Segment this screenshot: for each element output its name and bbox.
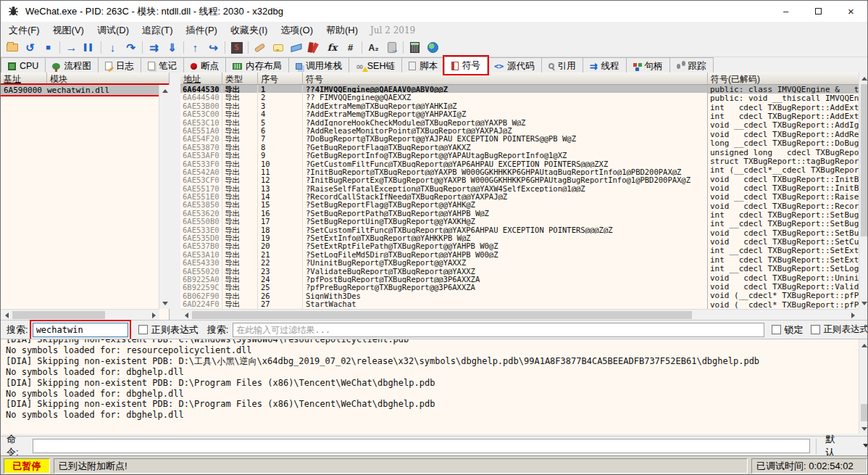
step-into-button[interactable]: ↓ (104, 39, 122, 56)
decoded-symbol-row[interactable]: public: void __thiscall IMVQQEngine::`de… (708, 94, 859, 102)
tab-break[interactable]: 断点 (183, 57, 226, 74)
symbol-row[interactable]: 6A644540导出2??_FIMVQQEngine@@QAEXXZ (180, 93, 707, 101)
symbol-row[interactable]: 6AE54F20导出7?DoBugReport@TXBugReport@@YAJ… (180, 134, 707, 142)
decoded-symbol-row[interactable]: void __cdecl TXBugReport::SetBugReportUi… (708, 228, 859, 237)
decoded-symbol-row[interactable]: void __cdecl TXBugReport::RecordCallStac… (708, 202, 859, 210)
symbol-row[interactable]: 6AE53B00导出3?AddExtraMem@TXBugReport@@YAH… (180, 102, 707, 110)
decoded-symbol-row[interactable]: int __cdecl TXBugReport::SetLogFileMd5Di… (708, 264, 859, 273)
modules-hscrollbar[interactable] (1, 309, 159, 320)
restart-button[interactable]: ↺ (21, 39, 39, 56)
decoded-symbol-row[interactable]: public: class IMVQQEngine & __thiscall I… (708, 85, 859, 94)
decoded-header[interactable]: 符号(已解码) (708, 73, 859, 84)
functions-button[interactable]: fx (323, 39, 341, 56)
tab-threads[interactable]: ⇉线程 (583, 57, 627, 74)
search-input[interactable] (33, 323, 128, 337)
regex-checkbox[interactable] (138, 325, 148, 334)
symbol-row[interactable]: 6AE53C00导出4?AddExtraMem@TXBugReport@@YAH… (180, 110, 707, 117)
symbol-row[interactable]: 6AD224F0导出27StartWachat (180, 300, 707, 307)
tab-log[interactable]: 日志 (98, 57, 141, 74)
tab-refs[interactable]: 引用 (541, 57, 583, 74)
decoded-symbol-row[interactable]: void (__cdecl* TXBugReport::pfPreBugRepo… (708, 300, 859, 309)
symbol-row[interactable]: 6AE53CF0导出12?InitBugReportEx@TXBugReport… (180, 175, 707, 183)
step-over-button[interactable]: ↷ (122, 39, 140, 56)
hash-button[interactable]: # (341, 39, 359, 56)
tab-seh[interactable]: ∞SEH链 (349, 57, 402, 74)
stop-button[interactable]: ■ (39, 39, 57, 56)
log-vscrollbar[interactable] (859, 339, 868, 434)
open-file-button[interactable] (3, 39, 21, 56)
decoded-symbol-row[interactable]: int (__cdecl*__cdecl TXBugReport::GetCus… (708, 165, 859, 174)
decoded-symbol-row[interactable]: int __cdecl TXBugReport::SetBugReportFla… (708, 210, 859, 219)
regex2-checkbox[interactable] (811, 325, 820, 334)
menu-item-options[interactable]: 选项(O) (274, 22, 320, 39)
decoded-symbol-row[interactable]: void __cdecl TXBugReport::AddReleaseMoni… (708, 130, 859, 139)
command-profile-dropdown[interactable]: 默认 (816, 439, 868, 454)
tab-graph[interactable]: 流程图 (45, 57, 99, 74)
decoded-symbol-row[interactable]: int __cdecl TXBugReport::AddExtraMem(voi… (708, 112, 859, 120)
tab-stack[interactable]: 调用堆栈 (288, 57, 349, 74)
modules-vscrollbar[interactable] (159, 85, 170, 309)
symbol-row[interactable]: 6AE533F0导出10?GetCustomFiltFunc@TXBugRepo… (180, 160, 707, 168)
decoded-symbol-row[interactable]: void __cdecl TXBugReport::ValidateBugRep… (708, 282, 859, 291)
decoded-symbol-row[interactable]: struct TXBugReport::tagBugReportInfo * _… (708, 157, 859, 165)
symbol-row[interactable]: 6AE533E0导出18?SetCustomFiltFunc@TXBugRepo… (180, 226, 707, 234)
symbol-row[interactable]: 6AE55170导出13?RaiseSelfFatalException@TXB… (180, 184, 707, 192)
menu-item-view[interactable]: 视图(V) (46, 22, 91, 39)
symbols-table-header[interactable]: 地址 类型 序号 符号 (180, 73, 707, 85)
minimize-button[interactable]: – (769, 1, 802, 22)
symbol-row[interactable]: 6AE535D0导出19?SetExtInfo@TXBugReport@@YAH… (180, 234, 707, 241)
patches-button[interactable] (251, 39, 269, 56)
symbol-row[interactable]: 6AE53AF0导出9?GetBugReportInfo@TXBugReport… (180, 151, 707, 159)
symbol-row[interactable]: 6AE54330导出22?UninitBugReport@TXBugReport… (180, 258, 707, 266)
lock-checkbox[interactable] (772, 325, 781, 334)
symbol-row[interactable]: 6AE551E0导出14?RecordCallStackIfNeed@TXBug… (180, 192, 707, 200)
decoded-symbol-row[interactable]: int __cdecl TXBugReport::SetExtRptFilePa… (708, 255, 859, 264)
menu-item-debug[interactable]: 调试(D) (91, 22, 135, 39)
decoded-vscrollbar[interactable] (859, 73, 868, 309)
symbol-row[interactable]: 6AE53A10导出21?SetLogFileMd5Dir@TXBugRepor… (180, 250, 707, 258)
tab-handles[interactable]: 句柄 (626, 57, 670, 74)
symbols-header-type[interactable]: 类型 (222, 73, 258, 84)
symbol-row[interactable]: 6AE53620导出16?SetBugReportPath@TXBugRepor… (180, 209, 707, 217)
symbol-row[interactable]: 6AE550B0导出17?SetBugReportUin@TXBugReport… (180, 217, 707, 225)
run-button[interactable]: → (62, 39, 80, 56)
tab-source[interactable]: <>源代码 (487, 57, 542, 74)
assembler-button[interactable]: A₂ (364, 39, 383, 56)
pause-button[interactable]: ▌▌ (80, 39, 99, 56)
decoded-symbol-row[interactable]: void __cdecl TXBugReport::RaiseSelfFatal… (708, 192, 859, 201)
tab-cpu[interactable]: CPU (1, 57, 46, 74)
decoded-symbol-row[interactable]: int __cdecl TXBugReport::AddExtraMem(uns… (708, 103, 859, 112)
modules-header[interactable]: 基址 模块 (1, 73, 169, 85)
close-button[interactable]: × (835, 1, 867, 22)
symbol-row[interactable]: 6B92259C导出25?pfPreBugReport@TXBugReport@… (180, 283, 707, 291)
filter-input[interactable] (233, 323, 764, 337)
decoded-symbol-row[interactable]: unsigned long __cdecl TXBugReport::GetBu… (708, 148, 859, 157)
symbol-row[interactable]: 6AE55020导出23?ValidateBugReport@TXBugRepo… (180, 267, 707, 275)
decoded-symbol-row[interactable]: void __cdecl TXBugReport::InitBugReport(… (708, 175, 859, 183)
symbol-row[interactable]: 6B062F90导出26SignWith3Des (180, 292, 707, 300)
run-to-user-code-button[interactable]: ↪ (204, 39, 222, 56)
decoded-symbol-row[interactable]: void __cdecl TXBugReport::SetCustomFiltF… (708, 237, 859, 246)
menu-item-trace[interactable]: 追踪(T) (135, 22, 180, 39)
tab-memmap[interactable]: 内存布局 (225, 57, 289, 74)
symbol-row[interactable]: 6B9225A0导出24?pfPostBugReport@TXBugReport… (180, 275, 707, 283)
menu-item-file[interactable]: 文件(F) (2, 22, 46, 39)
decoded-symbol-row[interactable]: void __cdecl TXBugReport::UninitBugRepor… (708, 273, 859, 282)
symbol-row[interactable]: 6AE551A0导出6?AddReleaseMonitorPoint@TXBug… (180, 126, 707, 134)
modules-header-base[interactable]: 基址 (1, 73, 47, 84)
symbol-row[interactable]: 6AE53870导出8?GetBugReportFlag@TXBugReport… (180, 143, 707, 151)
menu-item-help[interactable]: 帮助(H) (320, 22, 364, 39)
symbol-row[interactable]: 6A644530导出1??4IMVQQEngine@@QAEAAV0@ABV0@… (180, 85, 707, 93)
strings-button[interactable]: S (228, 39, 246, 56)
symbols-hscrollbar[interactable] (180, 309, 859, 320)
favourites-button[interactable] (305, 39, 323, 56)
step-out-button[interactable]: ↑ (186, 39, 204, 56)
symbols-header-symbol[interactable]: 符号 (303, 73, 707, 84)
labels-button[interactable] (287, 39, 305, 56)
comments-button[interactable] (269, 39, 287, 56)
symbols-header-ordinal[interactable]: 序号 (258, 73, 303, 84)
decoded-symbol-row[interactable]: void __cdecl TXBugReport::AddIgnoreHookC… (708, 120, 859, 129)
menu-item-plugins[interactable]: 插件(P) (180, 22, 224, 39)
tab-symbols[interactable]: 符号 (444, 57, 488, 74)
maximize-button[interactable] (802, 1, 835, 22)
